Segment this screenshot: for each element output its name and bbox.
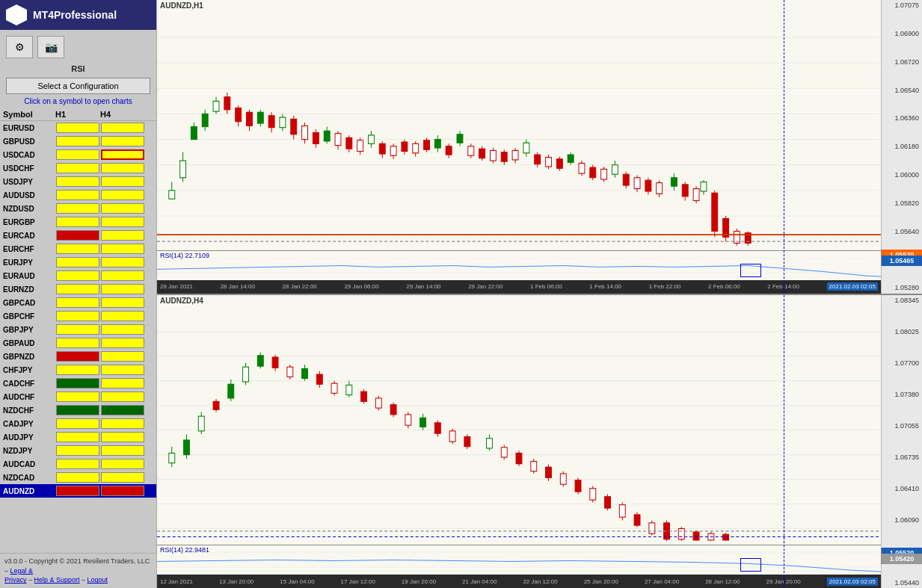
svg-rect-103 (657, 183, 663, 194)
legal-link[interactable]: Legal & (10, 567, 34, 575)
svg-rect-23 (280, 117, 286, 128)
symbol-row[interactable]: AUDUSD (0, 188, 156, 202)
svg-rect-186 (590, 488, 596, 499)
rsi-label-h4: RSI(14) 22.9481 (160, 546, 209, 554)
logout-link[interactable]: Logout (87, 576, 108, 584)
symbol-name: USDCHF (3, 164, 55, 173)
symbol-row[interactable]: NZDJPY (0, 444, 156, 457)
h4-cell (101, 459, 144, 469)
svg-rect-134 (198, 416, 204, 431)
h1-cell (56, 297, 99, 308)
h1-cell (56, 392, 99, 402)
symbol-row[interactable]: CADCHF (0, 377, 156, 390)
h1-cell (56, 445, 99, 456)
symbol-row[interactable]: GBPAUD (0, 336, 156, 350)
symbol-name: AUDCAD (3, 460, 55, 468)
camera-button[interactable]: 📷 (37, 36, 64, 58)
symbol-row[interactable]: USDCHF (0, 161, 156, 175)
svg-rect-192 (634, 514, 640, 524)
h4-cell (101, 338, 144, 348)
symbol-name: EURGBP (3, 218, 55, 226)
h4-cell (101, 324, 144, 335)
symbol-name: NZDCHF (3, 406, 55, 415)
symbol-row[interactable]: USDCAD (0, 148, 156, 161)
symbol-name: USDCAD (3, 151, 55, 159)
svg-rect-194 (649, 522, 655, 533)
svg-rect-180 (546, 467, 552, 477)
symbol-row[interactable]: USDJPY (0, 175, 156, 188)
symbol-name: EURJPY (3, 259, 55, 267)
symbol-name: CHFJPY (3, 366, 55, 374)
svg-rect-13 (180, 161, 186, 178)
symbol-table: Symbol H1 H4 EURUSDGBPUSDUSDCADUSDCHFUSD… (0, 108, 156, 553)
symbol-row[interactable]: GBPUSD (0, 134, 156, 148)
svg-rect-65 (390, 146, 396, 156)
svg-rect-83 (512, 150, 518, 160)
svg-rect-158 (331, 383, 337, 393)
symbol-row[interactable]: CHFJPY (0, 363, 156, 377)
symbol-name: EURCHF (3, 245, 55, 253)
symbol-row[interactable]: EURUSD (0, 121, 156, 134)
symbol-row[interactable]: EURAUD (0, 269, 156, 282)
symbol-row[interactable]: EURCAD (0, 229, 156, 242)
h4-cell (101, 297, 144, 308)
symbol-row[interactable]: NZDCAD (0, 471, 156, 484)
svg-rect-97 (623, 174, 629, 185)
svg-rect-95 (601, 169, 607, 179)
symbol-table-header: Symbol H1 H4 (0, 108, 156, 121)
rsi-panel-h1: RSI(14) 22.7109 (157, 250, 881, 280)
chart-h1-candlesticks (157, 12, 881, 250)
price-badge-gray-value-h4: 1.05420 (890, 555, 915, 563)
symbol-row[interactable]: NZDUSD (0, 202, 156, 215)
symbol-name: CADJPY (3, 420, 55, 428)
svg-rect-25 (324, 131, 330, 141)
h4-cell (101, 405, 144, 415)
symbol-row[interactable]: GBPCHF (0, 309, 156, 323)
svg-rect-89 (556, 159, 562, 169)
symbol-row[interactable]: EURNZD (0, 282, 156, 296)
h4-cell (101, 149, 144, 160)
symbol-row[interactable]: CADJPY (0, 417, 156, 430)
h4-cell (101, 217, 144, 227)
svg-rect-93 (590, 167, 596, 178)
h4-cell (101, 230, 144, 241)
h4-cell (101, 486, 144, 496)
svg-rect-130 (169, 453, 175, 462)
symbol-row[interactable]: GBPJPY (0, 323, 156, 336)
settings-button[interactable]: ⚙ (6, 36, 33, 58)
symbol-name: EURNZD (3, 285, 55, 294)
symbol-row[interactable]: GBPNZD (0, 350, 156, 363)
privacy-link[interactable]: Privacy (4, 576, 27, 584)
symbol-row[interactable]: AUDCAD (0, 457, 156, 471)
svg-rect-204 (723, 534, 729, 540)
config-button[interactable]: Select a Configuration (6, 78, 150, 94)
symbol-row[interactable]: EURJPY (0, 256, 156, 269)
svg-rect-166 (405, 414, 411, 424)
h4-cell (101, 472, 144, 483)
svg-rect-154 (287, 367, 293, 377)
col-symbol: Symbol (3, 110, 55, 119)
svg-rect-146 (420, 418, 426, 427)
click-hint: Click on a symbol to open charts (0, 97, 156, 105)
help-link[interactable]: Help & Support (34, 576, 80, 584)
h4-cell (101, 190, 144, 200)
svg-rect-81 (501, 152, 507, 162)
symbol-name: EURAUD (3, 272, 55, 280)
symbol-row[interactable]: EURCHF (0, 242, 156, 256)
symbol-row[interactable]: EURGBP (0, 215, 156, 229)
symbol-name: USDJPY (3, 178, 55, 186)
h4-cell (101, 163, 144, 173)
symbol-name: GBPUSD (3, 137, 55, 146)
symbol-row[interactable]: GBPCAD (0, 296, 156, 309)
symbol-name: AUDUSD (3, 191, 55, 199)
symbol-row[interactable]: NZDCHF (0, 403, 156, 417)
symbol-row[interactable]: AUDCHF (0, 390, 156, 403)
h1-cell (56, 405, 99, 415)
svg-rect-63 (379, 143, 385, 154)
svg-rect-49 (268, 116, 274, 128)
symbol-row[interactable]: AUDJPY (0, 430, 156, 444)
svg-rect-172 (464, 436, 470, 446)
symbol-row[interactable]: AUDNZD (0, 484, 156, 498)
h1-cell (56, 338, 99, 348)
chart-h1-title: AUDNZD,H1 (160, 1, 203, 10)
